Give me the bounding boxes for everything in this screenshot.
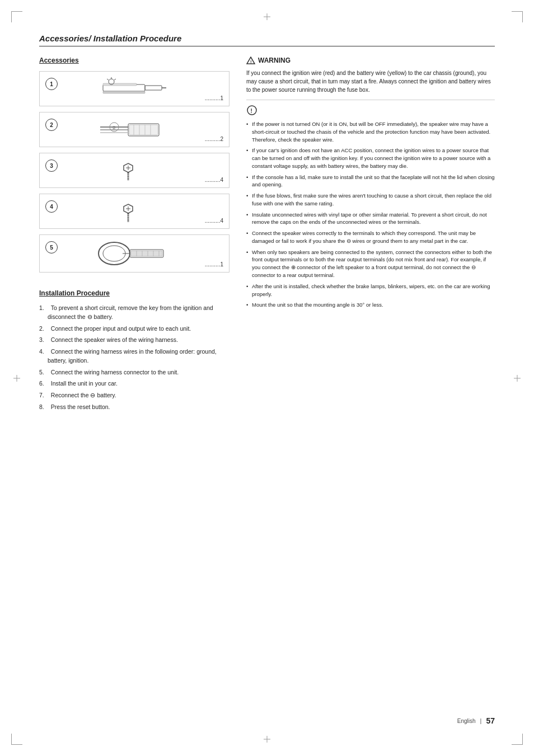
warning-text: If you connect the ignition wire (red) a… xyxy=(246,69,495,94)
accessory-1-svg xyxy=(100,76,167,101)
page-number: 57 xyxy=(486,716,495,725)
accessory-item-2: 2 ② xyxy=(39,112,229,147)
accessory-count-1: ..........1 xyxy=(205,95,223,101)
svg-rect-1 xyxy=(145,86,162,90)
left-column: Accessories 1 xyxy=(39,57,229,415)
caution-list: If the power is not turned ON (or it is … xyxy=(246,120,495,309)
caution-item-6: Connect the speaker wires correctly to t… xyxy=(246,229,495,245)
accessory-number-3: 3 xyxy=(45,159,58,172)
svg-point-38 xyxy=(103,246,125,261)
caution-item-5: Insulate unconnected wires with vinyl ta… xyxy=(246,211,495,227)
accessory-item-3: 3 xyxy=(39,153,229,188)
accessory-visual-5 xyxy=(63,240,205,267)
caution-section: ! If the power is not turned ON (or it i… xyxy=(246,100,495,309)
caution-item-3: If the console has a lid, make sure to i… xyxy=(246,173,495,189)
accessory-5-svg xyxy=(92,240,176,267)
accessory-number-5: 5 xyxy=(45,241,58,253)
page-title: Accessories/ Installation Procedure xyxy=(39,34,495,46)
installation-section: Installation Procedure 1. To prevent a s… xyxy=(39,289,229,412)
install-step-8: 8. Press the reset button. xyxy=(39,403,229,412)
accessory-count-5: ..........1 xyxy=(205,261,223,267)
accessory-item-5: 5 xyxy=(39,234,229,273)
accessory-visual-4 xyxy=(63,199,205,224)
svg-rect-3 xyxy=(103,91,145,93)
accessory-3-svg xyxy=(106,158,162,183)
install-step-5: 5. Connect the wiring harness connector … xyxy=(39,368,229,377)
right-column: ! WARNING If you connect the ignition wi… xyxy=(246,57,495,415)
accessory-item-1: 1 ..........1 xyxy=(39,71,229,106)
page-footer: English | 57 xyxy=(457,716,495,725)
language-label: English xyxy=(457,718,476,724)
accessory-visual-2: ② xyxy=(63,117,205,142)
svg-text:!: ! xyxy=(250,59,252,64)
accessory-number-1: 1 xyxy=(45,78,58,90)
svg-rect-40 xyxy=(131,251,162,256)
install-step-2: 2. Connect the proper input and output w… xyxy=(39,325,229,334)
install-step-1: 1. To prevent a short circuit, remove th… xyxy=(39,304,229,322)
install-step-6: 6. Install the unit in your car. xyxy=(39,379,229,388)
caution-item-1: If the power is not turned ON (or it is … xyxy=(246,120,495,143)
accessory-item-4: 4 ..........4 xyxy=(39,194,229,229)
svg-line-7 xyxy=(107,79,109,80)
warning-triangle-icon: ! xyxy=(246,57,255,64)
accessory-number-2: 2 xyxy=(45,119,58,131)
accessory-count-2: ..........2 xyxy=(205,136,223,142)
accessory-4-svg xyxy=(106,199,162,224)
accessory-visual-3 xyxy=(63,158,205,183)
svg-rect-10 xyxy=(129,125,158,135)
caution-item-4: If the fuse blows, first make sure the w… xyxy=(246,192,495,208)
accessory-number-4: 4 xyxy=(45,200,58,213)
install-step-7: 7. Reconnect the ⊖ battery. xyxy=(39,391,229,400)
accessories-title: Accessories xyxy=(39,57,229,64)
installation-title: Installation Procedure xyxy=(39,289,229,297)
install-step-3: 3. Connect the speaker wires of the wiri… xyxy=(39,336,229,345)
accessory-visual-1 xyxy=(63,76,205,101)
accessory-count-4: ..........4 xyxy=(205,218,223,224)
install-step-4: 4. Connect the wiring harness wires in t… xyxy=(39,348,229,365)
warning-title: ! WARNING xyxy=(246,57,495,64)
installation-list: 1. To prevent a short circuit, remove th… xyxy=(39,304,229,412)
caution-item-7: When only two speakers are being connect… xyxy=(246,248,495,279)
svg-rect-4 xyxy=(103,83,137,86)
svg-line-8 xyxy=(114,79,116,80)
caution-icon: ! xyxy=(246,105,257,116)
accessory-2-svg: ② xyxy=(95,117,173,142)
svg-text:!: ! xyxy=(251,108,252,114)
caution-item-9: Mount the unit so that the mounting angl… xyxy=(246,301,495,309)
caution-item-2: If your car's ignition does not have an … xyxy=(246,147,495,170)
accessory-count-3: ..........4 xyxy=(205,177,223,183)
caution-item-8: After the unit is installed, check wheth… xyxy=(246,283,495,298)
svg-text:②: ② xyxy=(112,125,116,130)
